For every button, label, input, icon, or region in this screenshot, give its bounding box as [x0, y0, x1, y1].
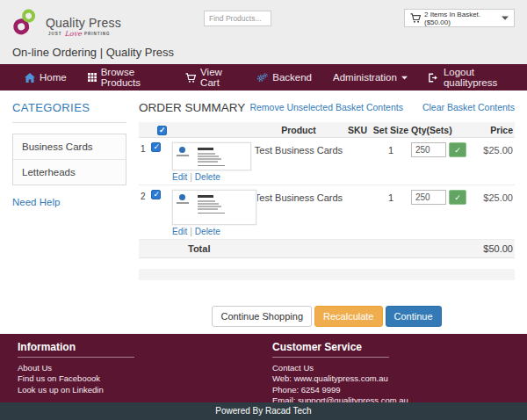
main-nav: Home Browse Products View Cart Backend A…	[0, 64, 527, 91]
logo-title: Quality Press	[46, 16, 121, 30]
grid-icon	[88, 73, 97, 82]
basket-dropdown[interactable]: 2 Items In Basket. ($50.00)	[404, 9, 515, 27]
action-buttons: Continue Shopping Recalculate Continue	[139, 306, 515, 327]
footer-column-title: Information	[18, 342, 272, 353]
footer-link-facebook[interactable]: Find us on Faceboook	[18, 373, 272, 384]
continue-button[interactable]: Continue	[386, 306, 442, 327]
thumb-line	[198, 153, 215, 155]
continue-shopping-button[interactable]: Continue Shopping	[212, 306, 312, 327]
table-footer-strip	[139, 269, 515, 280]
basket-label: 2 Items In Basket. ($50.00)	[424, 11, 498, 26]
product-name: Test Business Cards	[253, 190, 344, 203]
thumb-line	[198, 208, 218, 210]
nav-label: Browse Products	[101, 67, 164, 88]
thumb-cell: EditDelete	[172, 142, 253, 183]
footer-email-line[interactable]: Email: support@qualitypress.com.au	[272, 395, 408, 402]
tagline-post: PRINTING	[84, 32, 111, 36]
footer-link-contact-us[interactable]: Contact Us	[272, 363, 408, 373]
delete-link[interactable]: Delete	[195, 227, 220, 236]
edit-link[interactable]: Edit	[172, 172, 187, 182]
row-checkbox[interactable]	[151, 190, 161, 199]
breadcrumb: On-line Ordering | Quality Press	[12, 46, 174, 59]
nav-label: Logout qualitypress	[444, 67, 516, 88]
row-actions: EditDelete	[172, 227, 253, 237]
app-root: Quality Press JUST Love PRINTING 2 Items…	[0, 0, 527, 420]
categories-list: Business Cards Letterheads	[12, 134, 126, 185]
recalculate-button[interactable]: Recalculate	[314, 306, 382, 327]
row-number: 2	[139, 190, 151, 201]
header-qty: Qty(Sets)	[411, 125, 476, 135]
caret-down-icon	[401, 76, 408, 80]
logo-infinity-icon	[10, 6, 47, 39]
delete-link[interactable]: Delete	[195, 172, 220, 182]
price-value: $25.00	[476, 190, 515, 203]
thumb-logo-dot	[179, 147, 185, 153]
logo[interactable]: Quality Press JUST Love PRINTING	[12, 6, 121, 38]
row-actions: EditDelete	[172, 172, 253, 183]
thumb-line	[198, 195, 213, 198]
cart-icon	[185, 73, 196, 83]
set-size-value: 1	[371, 142, 411, 156]
footer-link-about-us[interactable]: About Us	[18, 363, 272, 373]
clear-basket-link[interactable]: Clear Basket Contents	[422, 102, 515, 112]
divider	[18, 357, 134, 358]
nav-administration[interactable]: Administration	[322, 64, 418, 91]
cart-icon	[410, 13, 421, 23]
basket-action-links: Remove Unselected Basket Contents Clear …	[249, 101, 515, 112]
footer-customer-service-column: Customer Service Contact Us Web: www.qua…	[272, 342, 408, 402]
page-footer: Information About Us Find us on Facebooo…	[0, 334, 527, 402]
powered-by-bar: Powered By Racad Tech	[0, 402, 527, 420]
divider	[272, 357, 389, 358]
thumb-line	[198, 203, 219, 205]
header-price: Price	[476, 125, 515, 135]
business-card-thumbnail	[172, 142, 251, 170]
thumb-cell: EditDelete	[172, 190, 253, 237]
nav-backend[interactable]: Backend	[246, 64, 322, 91]
basket-table: Product SKU Set Size Qty(Sets) Price 1	[139, 122, 515, 258]
nav-label: View Cart	[200, 67, 235, 88]
divider	[187, 172, 195, 182]
table-header-row: Product SKU Set Size Qty(Sets) Price	[139, 122, 515, 138]
select-all-checkbox[interactable]	[157, 126, 167, 135]
thumb-line	[198, 165, 225, 166]
sidebar-item-business-cards[interactable]: Business Cards	[13, 134, 126, 159]
need-help-link[interactable]: Need Help	[12, 197, 60, 207]
nav-browse-products[interactable]: Browse Products	[77, 64, 175, 91]
confirm-qty-button[interactable]	[449, 190, 466, 205]
nav-view-cart[interactable]: View Cart	[175, 64, 246, 91]
search-input[interactable]	[204, 11, 271, 26]
nav-logout[interactable]: Logout qualitypress	[418, 64, 527, 91]
business-card-thumbnail	[172, 190, 256, 225]
total-label: Total	[188, 243, 210, 254]
qty-input[interactable]	[411, 142, 446, 157]
total-row: Total $50.00	[139, 240, 515, 258]
thumb-line	[198, 213, 225, 214]
thumb-logo-dot	[179, 194, 185, 200]
qty-input[interactable]	[411, 190, 446, 205]
basket-row: 1 Edi	[139, 138, 515, 185]
confirm-qty-button[interactable]	[449, 142, 466, 157]
qty-cell	[411, 190, 476, 205]
nav-home[interactable]: Home	[14, 64, 77, 91]
categories-title: CATEGORIES	[12, 101, 126, 114]
header-product: Product	[253, 125, 344, 135]
footer-link-linkedin[interactable]: Look us up on Linkedin	[18, 385, 272, 395]
set-size-value: 1	[371, 190, 411, 203]
gears-icon	[256, 73, 268, 83]
product-name: Test Business Cards	[253, 142, 344, 156]
footer-web-line[interactable]: Web: www.qualitypress.com.au	[272, 373, 408, 384]
tagline-script: Love	[65, 30, 82, 38]
edit-link[interactable]: Edit	[172, 227, 187, 236]
divider	[187, 227, 195, 236]
row-number: 1	[139, 142, 151, 154]
row-checkbox[interactable]	[151, 142, 161, 152]
total-value: $50.00	[483, 243, 515, 254]
remove-unselected-link[interactable]: Remove Unselected Basket Contents	[249, 102, 403, 112]
nav-label: Home	[40, 72, 67, 83]
qty-cell	[411, 142, 476, 157]
sidebar-item-letterheads[interactable]: Letterheads	[13, 159, 126, 185]
thumb-line	[198, 158, 221, 160]
footer-column-title: Customer Service	[272, 342, 408, 353]
sign-out-icon	[429, 73, 439, 83]
home-icon	[25, 73, 35, 83]
